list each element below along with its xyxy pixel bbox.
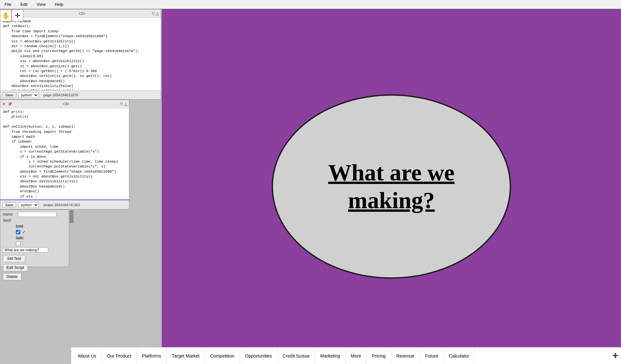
code-panel-3-footer: Save python shape-1654184741363: [0, 200, 129, 209]
name-prop-input[interactable]: [18, 212, 57, 217]
delete-button[interactable]: Delete: [3, 273, 21, 280]
code-panel-2-footer: Save python page-1654184621878: [0, 90, 161, 99]
properties-panel: name Serif bold ✓ italic Set Text Edit S…: [0, 209, 71, 267]
menu-view[interactable]: View: [35, 1, 48, 7]
add-slide-button[interactable]: +: [612, 349, 618, 361]
nav-tab-pricing[interactable]: Pricing: [366, 348, 391, 364]
nav-tab-target-market[interactable]: Target Market: [167, 348, 205, 364]
expand-panel-2-btn[interactable]: △: [156, 11, 159, 16]
code-panel-2-lang-select[interactable]: python: [18, 92, 39, 98]
font-prop-label: Serif: [3, 218, 16, 223]
properties-scrollbar[interactable]: [69, 209, 73, 267]
menu-bar: File Edit View Help: [0, 0, 621, 9]
nav-tab-competition[interactable]: Competition: [205, 348, 240, 364]
move-icon: ✛: [15, 12, 20, 19]
menu-file[interactable]: File: [3, 1, 13, 7]
collapse-panel-2-btn[interactable]: ▽: [152, 11, 155, 16]
set-text-button[interactable]: Set Text: [3, 255, 25, 262]
nav-tab-our-product[interactable]: Our Product: [102, 348, 137, 364]
code-panel-2-page-id: page-1654184621878: [43, 93, 78, 97]
bold-checkbox[interactable]: [16, 230, 20, 234]
collapse-panel-3-btn[interactable]: ▽: [120, 102, 123, 106]
code-panel-3-title: <3>: [14, 102, 118, 106]
bold-prop-label: bold: [16, 224, 23, 229]
nav-tab-opportunities[interactable]: Opportunities: [240, 348, 278, 364]
move-tool[interactable]: ✛: [12, 10, 23, 21]
ellipse-container[interactable]: What are we making?: [270, 93, 513, 280]
edit-script-button[interactable]: Edit Script: [3, 264, 28, 271]
code-panel-3-lang-select[interactable]: python: [18, 202, 39, 208]
menu-edit[interactable]: Edit: [18, 1, 29, 7]
expand-panel-3-btn[interactable]: △: [124, 102, 127, 106]
nav-tab-about-us[interactable]: About Us: [72, 348, 102, 364]
close-panel-3-btn[interactable]: ✕: [2, 102, 5, 106]
nav-tab-more[interactable]: More: [346, 348, 367, 364]
nav-tab-revenue[interactable]: Revenue: [391, 348, 420, 364]
pin-panel-3-btn[interactable]: 📌: [7, 102, 12, 106]
code-panel-2-title: <2>: [14, 11, 150, 16]
nav-tab-credit-suisse[interactable]: Credit Suisse: [278, 348, 315, 364]
code-panel-2-titlebar: ✕ 📌 <2> ▽ △: [0, 9, 161, 18]
text-content-input[interactable]: [3, 247, 48, 252]
nav-tab-calculator[interactable]: Calculator: [444, 348, 475, 364]
bold-checkmark: ✓: [22, 230, 26, 234]
bottom-nav-bar: About Us Our Product Platforms Target Ma…: [71, 347, 621, 364]
hand-tool[interactable]: ✋: [0, 10, 12, 21]
code-panel-3-save-btn[interactable]: Save: [2, 202, 16, 208]
code-panel-3: ✕ 📌 <3> ▽ △ def pr(s): print(s) def onCl…: [0, 100, 129, 209]
code-panel-3-editor[interactable]: def pr(s): print(s) def onClick(button, …: [0, 108, 129, 200]
code-panel-3-shape-id: shape-1654184741363: [43, 203, 80, 207]
name-prop-label: name: [3, 212, 16, 217]
code-panel-2-editor[interactable]: import random def rotBox(): from time im…: [0, 18, 161, 90]
hand-icon: ✋: [2, 12, 10, 19]
menu-help[interactable]: Help: [53, 1, 65, 7]
code-panel-2-save-btn[interactable]: Save: [2, 92, 16, 98]
italic-prop-label: italic: [16, 236, 24, 240]
code-panel-3-titlebar: ✕ 📌 <3> ▽ △: [0, 100, 129, 108]
canvas-area: What are we making?: [162, 9, 621, 364]
italic-checkbox[interactable]: [16, 241, 20, 246]
code-panel-2: ✕ 📌 <2> ▽ △ import random def rotBox(): …: [0, 9, 161, 100]
ellipse-text[interactable]: What are we making?: [291, 159, 492, 215]
nav-tab-marketing[interactable]: Marketing: [315, 348, 345, 364]
scroll-thumb[interactable]: [70, 210, 73, 223]
nav-tab-future[interactable]: Future: [420, 348, 443, 364]
nav-tab-platforms[interactable]: Platforms: [137, 348, 167, 364]
